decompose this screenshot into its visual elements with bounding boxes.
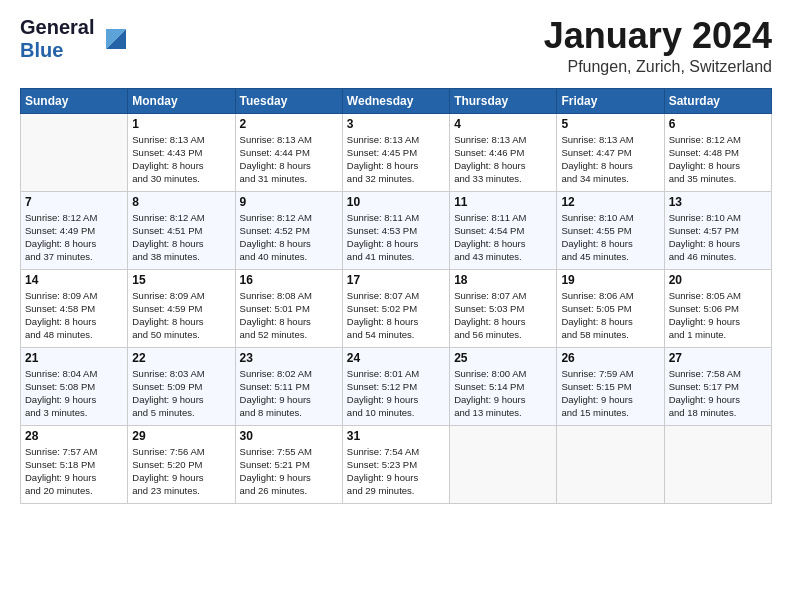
day-number: 5	[561, 117, 659, 131]
weekday-wednesday: Wednesday	[342, 88, 449, 113]
day-number: 6	[669, 117, 767, 131]
day-info: Sunrise: 8:10 AMSunset: 4:55 PMDaylight:…	[561, 211, 659, 264]
logo-icon	[98, 21, 130, 57]
day-number: 28	[25, 429, 123, 443]
day-cell: 1Sunrise: 8:13 AMSunset: 4:43 PMDaylight…	[128, 113, 235, 191]
day-cell: 21Sunrise: 8:04 AMSunset: 5:08 PMDayligh…	[21, 347, 128, 425]
day-cell	[21, 113, 128, 191]
day-number: 13	[669, 195, 767, 209]
day-info: Sunrise: 8:13 AMSunset: 4:45 PMDaylight:…	[347, 133, 445, 186]
day-info: Sunrise: 7:58 AMSunset: 5:17 PMDaylight:…	[669, 367, 767, 420]
day-cell: 27Sunrise: 7:58 AMSunset: 5:17 PMDayligh…	[664, 347, 771, 425]
day-info: Sunrise: 8:03 AMSunset: 5:09 PMDaylight:…	[132, 367, 230, 420]
day-number: 23	[240, 351, 338, 365]
day-number: 10	[347, 195, 445, 209]
day-number: 15	[132, 273, 230, 287]
day-cell: 2Sunrise: 8:13 AMSunset: 4:44 PMDaylight…	[235, 113, 342, 191]
calendar-table: SundayMondayTuesdayWednesdayThursdayFrid…	[20, 88, 772, 504]
day-cell: 14Sunrise: 8:09 AMSunset: 4:58 PMDayligh…	[21, 269, 128, 347]
title-block: January 2024 Pfungen, Zurich, Switzerlan…	[544, 16, 772, 76]
day-info: Sunrise: 8:08 AMSunset: 5:01 PMDaylight:…	[240, 289, 338, 342]
day-cell: 3Sunrise: 8:13 AMSunset: 4:45 PMDaylight…	[342, 113, 449, 191]
day-number: 7	[25, 195, 123, 209]
day-info: Sunrise: 8:09 AMSunset: 4:59 PMDaylight:…	[132, 289, 230, 342]
page-container: General Blue January 2024 Pfungen, Zuric…	[0, 0, 792, 514]
day-number: 31	[347, 429, 445, 443]
day-info: Sunrise: 7:57 AMSunset: 5:18 PMDaylight:…	[25, 445, 123, 498]
day-number: 2	[240, 117, 338, 131]
day-cell: 25Sunrise: 8:00 AMSunset: 5:14 PMDayligh…	[450, 347, 557, 425]
logo-text: General Blue	[20, 16, 130, 62]
day-cell: 5Sunrise: 8:13 AMSunset: 4:47 PMDaylight…	[557, 113, 664, 191]
day-number: 4	[454, 117, 552, 131]
week-row-2: 7Sunrise: 8:12 AMSunset: 4:49 PMDaylight…	[21, 191, 772, 269]
day-number: 12	[561, 195, 659, 209]
day-cell: 11Sunrise: 8:11 AMSunset: 4:54 PMDayligh…	[450, 191, 557, 269]
day-info: Sunrise: 8:07 AMSunset: 5:02 PMDaylight:…	[347, 289, 445, 342]
day-info: Sunrise: 8:06 AMSunset: 5:05 PMDaylight:…	[561, 289, 659, 342]
day-info: Sunrise: 8:13 AMSunset: 4:44 PMDaylight:…	[240, 133, 338, 186]
day-cell: 18Sunrise: 8:07 AMSunset: 5:03 PMDayligh…	[450, 269, 557, 347]
day-info: Sunrise: 7:54 AMSunset: 5:23 PMDaylight:…	[347, 445, 445, 498]
day-info: Sunrise: 8:10 AMSunset: 4:57 PMDaylight:…	[669, 211, 767, 264]
day-number: 17	[347, 273, 445, 287]
day-cell: 4Sunrise: 8:13 AMSunset: 4:46 PMDaylight…	[450, 113, 557, 191]
day-cell: 29Sunrise: 7:56 AMSunset: 5:20 PMDayligh…	[128, 425, 235, 503]
day-number: 19	[561, 273, 659, 287]
day-cell: 24Sunrise: 8:01 AMSunset: 5:12 PMDayligh…	[342, 347, 449, 425]
week-row-4: 21Sunrise: 8:04 AMSunset: 5:08 PMDayligh…	[21, 347, 772, 425]
day-info: Sunrise: 8:13 AMSunset: 4:46 PMDaylight:…	[454, 133, 552, 186]
week-row-5: 28Sunrise: 7:57 AMSunset: 5:18 PMDayligh…	[21, 425, 772, 503]
day-cell: 8Sunrise: 8:12 AMSunset: 4:51 PMDaylight…	[128, 191, 235, 269]
day-number: 9	[240, 195, 338, 209]
day-cell	[450, 425, 557, 503]
day-number: 27	[669, 351, 767, 365]
day-info: Sunrise: 8:09 AMSunset: 4:58 PMDaylight:…	[25, 289, 123, 342]
day-number: 16	[240, 273, 338, 287]
day-cell: 19Sunrise: 8:06 AMSunset: 5:05 PMDayligh…	[557, 269, 664, 347]
day-cell: 7Sunrise: 8:12 AMSunset: 4:49 PMDaylight…	[21, 191, 128, 269]
weekday-friday: Friday	[557, 88, 664, 113]
day-cell: 28Sunrise: 7:57 AMSunset: 5:18 PMDayligh…	[21, 425, 128, 503]
day-info: Sunrise: 8:01 AMSunset: 5:12 PMDaylight:…	[347, 367, 445, 420]
day-info: Sunrise: 8:12 AMSunset: 4:48 PMDaylight:…	[669, 133, 767, 186]
day-cell: 17Sunrise: 8:07 AMSunset: 5:02 PMDayligh…	[342, 269, 449, 347]
day-number: 11	[454, 195, 552, 209]
day-cell: 23Sunrise: 8:02 AMSunset: 5:11 PMDayligh…	[235, 347, 342, 425]
day-number: 1	[132, 117, 230, 131]
page-header: General Blue January 2024 Pfungen, Zuric…	[20, 16, 772, 76]
logo-general: General	[20, 16, 94, 39]
day-info: Sunrise: 7:55 AMSunset: 5:21 PMDaylight:…	[240, 445, 338, 498]
day-number: 14	[25, 273, 123, 287]
day-info: Sunrise: 8:12 AMSunset: 4:52 PMDaylight:…	[240, 211, 338, 264]
day-cell: 30Sunrise: 7:55 AMSunset: 5:21 PMDayligh…	[235, 425, 342, 503]
day-cell: 26Sunrise: 7:59 AMSunset: 5:15 PMDayligh…	[557, 347, 664, 425]
day-info: Sunrise: 8:04 AMSunset: 5:08 PMDaylight:…	[25, 367, 123, 420]
weekday-saturday: Saturday	[664, 88, 771, 113]
day-info: Sunrise: 8:00 AMSunset: 5:14 PMDaylight:…	[454, 367, 552, 420]
day-info: Sunrise: 7:59 AMSunset: 5:15 PMDaylight:…	[561, 367, 659, 420]
week-row-3: 14Sunrise: 8:09 AMSunset: 4:58 PMDayligh…	[21, 269, 772, 347]
day-number: 21	[25, 351, 123, 365]
day-info: Sunrise: 8:12 AMSunset: 4:51 PMDaylight:…	[132, 211, 230, 264]
month-title: January 2024	[544, 16, 772, 56]
day-number: 8	[132, 195, 230, 209]
day-number: 25	[454, 351, 552, 365]
day-cell: 16Sunrise: 8:08 AMSunset: 5:01 PMDayligh…	[235, 269, 342, 347]
logo-blue: Blue	[20, 39, 94, 62]
day-number: 24	[347, 351, 445, 365]
day-info: Sunrise: 8:13 AMSunset: 4:47 PMDaylight:…	[561, 133, 659, 186]
day-info: Sunrise: 8:11 AMSunset: 4:54 PMDaylight:…	[454, 211, 552, 264]
day-cell: 15Sunrise: 8:09 AMSunset: 4:59 PMDayligh…	[128, 269, 235, 347]
day-cell: 13Sunrise: 8:10 AMSunset: 4:57 PMDayligh…	[664, 191, 771, 269]
day-info: Sunrise: 8:05 AMSunset: 5:06 PMDaylight:…	[669, 289, 767, 342]
day-info: Sunrise: 7:56 AMSunset: 5:20 PMDaylight:…	[132, 445, 230, 498]
day-cell: 10Sunrise: 8:11 AMSunset: 4:53 PMDayligh…	[342, 191, 449, 269]
day-info: Sunrise: 8:11 AMSunset: 4:53 PMDaylight:…	[347, 211, 445, 264]
weekday-monday: Monday	[128, 88, 235, 113]
day-number: 29	[132, 429, 230, 443]
day-info: Sunrise: 8:13 AMSunset: 4:43 PMDaylight:…	[132, 133, 230, 186]
day-number: 20	[669, 273, 767, 287]
weekday-thursday: Thursday	[450, 88, 557, 113]
day-number: 18	[454, 273, 552, 287]
